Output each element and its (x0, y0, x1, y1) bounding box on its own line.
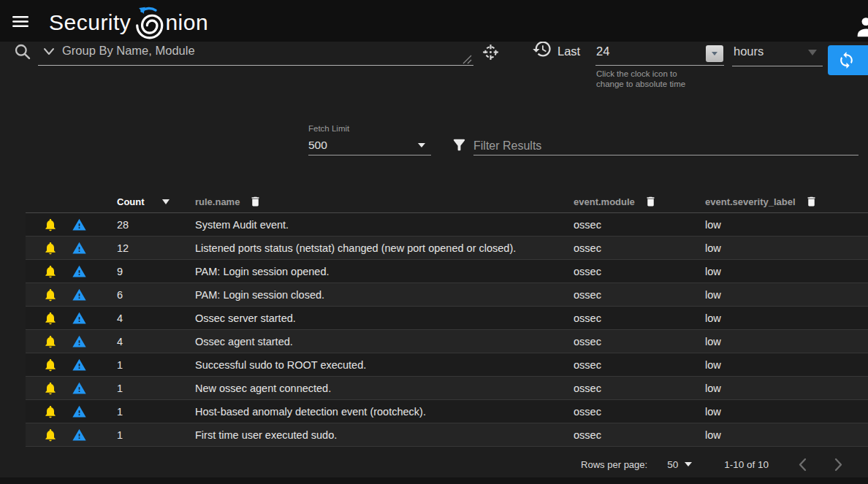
crosshairs-icon[interactable] (481, 43, 500, 61)
search-icon[interactable] (13, 42, 32, 61)
refresh-button[interactable] (828, 45, 868, 75)
duration-native-select[interactable] (706, 45, 723, 62)
hamburger-menu-icon[interactable] (11, 12, 30, 31)
chevron-down-icon[interactable] (41, 45, 57, 58)
sync-icon (837, 51, 856, 69)
security-onion-logo: Security nion (49, 6, 208, 39)
search-toolbar: Group By Name, Module Last 24 hours (0, 0, 868, 484)
onion-spiral-icon (134, 3, 164, 39)
unit-dropdown-arrow-icon[interactable] (808, 50, 817, 55)
security-onion-hunt-page: Group By Name, Module Last 24 hours (0, 0, 868, 484)
duration-unit-select[interactable]: hours (734, 45, 764, 58)
native-select-arrow-icon (712, 52, 717, 55)
resize-grip-icon[interactable] (460, 54, 473, 65)
logo-text-suffix: nion (165, 10, 208, 35)
history-clock-icon[interactable] (532, 39, 552, 59)
logo-text-prefix: Security (49, 10, 131, 35)
group-by-underline (38, 65, 473, 66)
unit-underline (732, 66, 823, 66)
user-profile-icon[interactable] (854, 15, 868, 38)
app-bar: Security nion (0, 0, 868, 42)
group-by-input[interactable]: Group By Name, Module (62, 44, 195, 58)
duration-value-input[interactable]: 24 (596, 45, 609, 58)
absolute-time-hint: Click the clock icon to change to absolu… (596, 69, 685, 89)
last-label: Last (557, 45, 580, 58)
bottom-edge-strip (0, 477, 868, 484)
duration-underline (595, 65, 724, 66)
